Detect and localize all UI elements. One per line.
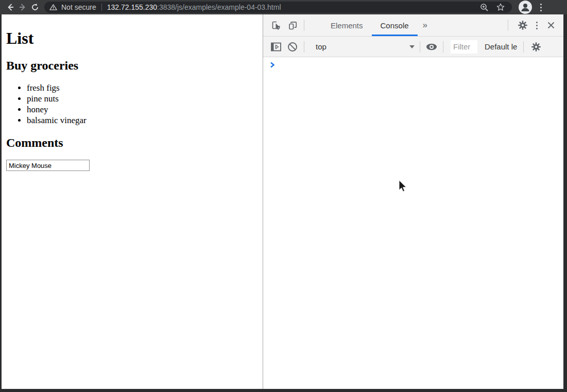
gear-icon — [518, 20, 528, 30]
url-path: :3838/js/examples/example-04-03.html — [157, 3, 281, 11]
devtools-panel: Elements Console » — [263, 14, 563, 389]
context-selector-value: top — [316, 42, 327, 51]
back-button[interactable] — [4, 1, 16, 13]
content-area: List Buy groceries fresh figs pine nuts … — [2, 14, 563, 389]
more-tabs-chevrons: » — [423, 20, 427, 30]
browser-menu-icon — [540, 4, 542, 5]
context-selector[interactable]: top — [316, 42, 415, 51]
log-levels-value: Default le — [485, 42, 517, 51]
console-output-area[interactable] — [263, 57, 563, 389]
reload-icon — [30, 3, 40, 12]
console-toolbar-separator — [304, 41, 304, 53]
devtools-menu-button[interactable] — [536, 22, 538, 29]
profile-button[interactable] — [519, 1, 532, 14]
comment-input[interactable] — [6, 160, 90, 171]
log-levels-dropdown[interactable]: Default le — [485, 42, 517, 51]
clear-console-button[interactable] — [286, 41, 299, 53]
devtools-close-button[interactable] — [545, 19, 557, 31]
url-text: 132.72.155.230:3838/js/examples/example-… — [107, 3, 281, 11]
tabbar-separator-right — [508, 20, 508, 31]
browser-menu-icon-dot — [540, 7, 542, 8]
close-icon — [547, 21, 555, 29]
device-toolbar-icon — [287, 20, 298, 31]
bookmark-star-icon — [496, 3, 505, 12]
back-icon — [6, 3, 15, 12]
devtools-settings-button[interactable] — [517, 19, 529, 31]
bookmark-button[interactable] — [494, 1, 507, 13]
live-expression-button[interactable] — [425, 41, 438, 53]
grocery-list: fresh figs pine nuts honey balsamic vine… — [6, 82, 259, 126]
comments-heading: Comments — [6, 136, 259, 150]
clear-console-icon — [287, 42, 298, 52]
window-body: List Buy groceries fresh figs pine nuts … — [0, 14, 567, 392]
console-gear-icon — [531, 42, 541, 52]
list-item: honey — [27, 104, 259, 115]
reload-button[interactable] — [29, 1, 41, 13]
console-sidebar-button[interactable] — [270, 41, 282, 53]
forward-button[interactable] — [16, 1, 29, 13]
console-prompt-icon — [270, 61, 275, 69]
tab-console-label: Console — [381, 21, 409, 30]
dropdown-arrow-icon — [409, 45, 415, 48]
console-toolbar-separator2 — [420, 41, 420, 53]
browser-toolbar: Not secure 132.72.155.230:3838/js/exampl… — [0, 0, 567, 14]
browser-window: Not secure 132.72.155.230:3838/js/exampl… — [0, 0, 567, 392]
web-page: List Buy groceries fresh figs pine nuts … — [2, 14, 263, 389]
omnibox-divider — [101, 4, 102, 11]
console-sidebar-icon — [271, 42, 281, 52]
device-toolbar-button[interactable] — [286, 19, 299, 31]
console-toolbar-separator4 — [523, 41, 524, 53]
devtools-tabbar: Elements Console » — [263, 14, 563, 37]
forward-icon — [18, 3, 27, 12]
eye-icon — [425, 43, 438, 51]
tab-elements[interactable]: Elements — [322, 14, 372, 36]
zoom-in-icon — [480, 3, 489, 12]
browser-menu-icon-dot2 — [540, 10, 542, 11]
browser-menu-button[interactable] — [540, 4, 542, 11]
devtools-menu-icon — [536, 22, 538, 23]
tab-elements-label: Elements — [331, 21, 363, 30]
url-host: 132.72.155.230 — [107, 3, 157, 11]
console-toolbar: top Default le — [263, 37, 563, 57]
tabbar-separator — [304, 20, 304, 31]
console-filter-input[interactable] — [451, 40, 477, 54]
devtools-menu-icon-dot — [536, 25, 538, 26]
not-secure-warning-icon — [49, 4, 57, 11]
list-item: balsamic vinegar — [27, 115, 259, 126]
page-title: List — [6, 29, 259, 48]
inspect-element-button[interactable] — [270, 19, 282, 31]
profile-avatar-icon — [520, 2, 531, 13]
tab-console[interactable]: Console — [372, 14, 418, 36]
security-label: Not secure — [61, 3, 96, 11]
console-toolbar-separator3 — [443, 41, 443, 53]
devtools-menu-icon-dot2 — [536, 28, 538, 29]
groceries-heading: Buy groceries — [6, 59, 259, 73]
list-item: fresh figs — [27, 82, 259, 93]
list-item: pine nuts — [27, 93, 259, 104]
more-tabs-button[interactable]: » — [423, 20, 427, 30]
console-settings-button[interactable] — [530, 41, 542, 53]
zoom-button[interactable] — [478, 1, 490, 13]
address-bar[interactable]: Not secure 132.72.155.230:3838/js/exampl… — [44, 2, 512, 13]
inspect-cursor-icon — [271, 20, 282, 31]
